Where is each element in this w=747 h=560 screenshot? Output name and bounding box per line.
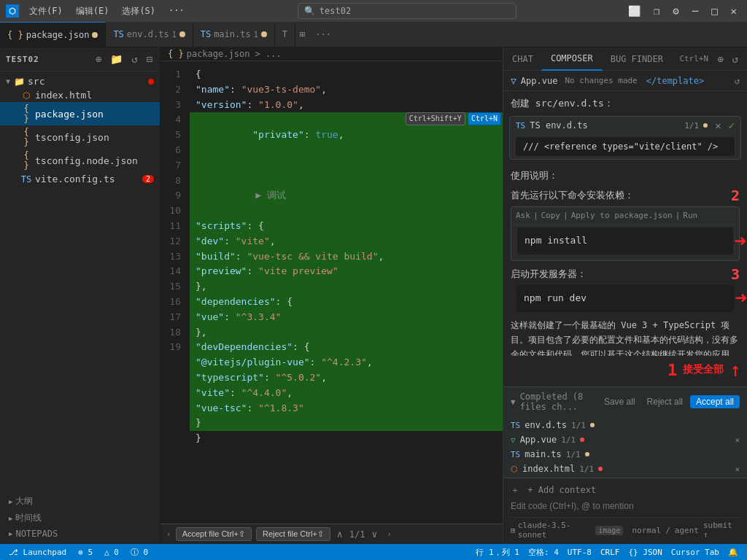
collapse-icon[interactable]: ⊟ [145,52,154,66]
rp-refresh-btn[interactable]: ↺ [735,76,740,86]
reject-all-btn[interactable]: Reject all [643,395,687,408]
info-indicator[interactable]: ⓘ 0 [128,547,151,558]
code-editor[interactable]: { "name": "vue3-ts-demo", "version": "1.… [190,61,503,524]
new-folder-icon[interactable]: 📁 [109,52,124,66]
code-line-1: { [190,67,503,82]
file-close-btn[interactable]: ✕ [715,120,721,131]
tab-chat[interactable]: CHAT [503,47,542,71]
create-file-header: TS TS env.d.ts 1/1 ✕ ✓ [510,117,740,134]
sidebar-timeline[interactable]: ▶ 时间线 [6,510,154,526]
right-arrow[interactable]: › [387,529,392,539]
menu-select[interactable]: 选择(S) [116,4,161,19]
tab-main-ts[interactable]: TS main.ts 1 [193,22,275,47]
file-counter: 1/1 [579,464,594,474]
sidebar-item-src[interactable]: ▼ 📁 src [0,74,160,88]
tab-bug-finder[interactable]: BUG FINDER [602,47,672,71]
tab-package-json[interactable]: { } package.json [0,22,106,47]
rp-scroll-area[interactable]: 创建 src/env.d.ts： TS TS env.d.ts 1/1 ✕ ✓ … [503,91,747,356]
settings-btn[interactable]: ⚙ [668,4,683,18]
layout-btn[interactable]: ⬜ [624,4,645,18]
tab-bar: { } package.json TS env.d.ts 1 TS main.t… [0,22,747,47]
warnings-indicator[interactable]: △ 0 [101,548,122,557]
cursor-position[interactable]: 行 1，列 1 [473,547,522,558]
history-btn[interactable]: ↺ [729,52,741,66]
tab-label: main.ts [214,29,251,39]
minimize-btn[interactable]: ─ [688,4,703,18]
new-file-icon[interactable]: ⊕ [94,52,103,66]
menu-edit[interactable]: 编辑(E) [70,4,115,19]
status-left: ⎇ Launchpad ⊗ 5 △ 0 ⓘ 0 [6,547,151,558]
comp-file-env[interactable]: TS env.d.ts 1/1 [503,418,747,432]
file-remove-btn[interactable]: ✕ [735,435,740,445]
code-line-13: "devDependencies": { [190,340,503,355]
comp-file-indexhtml[interactable]: ⬡ index.html 1/1 ✕ [503,462,747,476]
indent-size[interactable]: 空格: 4 [525,547,562,558]
modified-dot [148,79,154,85]
file-remove-btn[interactable]: ✕ [735,464,740,474]
left-arrow[interactable]: ‹ [166,529,171,539]
tab-more-btn[interactable]: ··· [309,29,337,39]
language-mode[interactable]: {} JSON [625,548,665,557]
chevron-down-icon[interactable]: ▼ [511,397,516,407]
ts-file-icon: TS [20,174,32,184]
code-line-19: } [190,431,503,446]
run-btn[interactable]: Run [683,209,697,222]
sidebar-item-tsconfig-node[interactable]: { } tsconfig.node.json [0,149,160,172]
annotation-2: 2 [731,188,740,203]
apply-btn[interactable]: Apply to package.json [571,209,673,222]
branch-indicator[interactable]: ⎇ Launchpad [6,548,69,557]
comp-file-appvue[interactable]: ▽ App.vue 1/1 ✕ [503,432,747,447]
submit-btn[interactable]: submit ↑ [703,521,740,540]
split-btn[interactable]: ❐ [649,4,664,18]
save-all-btn[interactable]: Save all [600,395,640,408]
menu-file[interactable]: 文件(F) [23,4,69,19]
sep2: | [563,209,568,222]
refresh-icon[interactable]: ↺ [130,52,139,66]
nav-down-icon[interactable]: ∨ [369,529,379,540]
global-search[interactable]: 🔍 test02 [298,3,516,19]
cursor-type[interactable]: Cursor Tab [668,548,722,557]
errors-indicator[interactable]: ⊗ 5 [75,548,96,557]
add-context-btn[interactable]: ＋ + Add context [511,483,740,498]
breadcrumb-icon: { } [168,49,184,59]
sidebar-header: TEST02 ⊕ 📁 ↺ ⊟ [0,47,160,71]
editor-content[interactable]: 12345 678910 1112131415 16171819 { "name… [160,61,503,524]
close-btn[interactable]: ✕ [727,4,741,18]
sidebar-item-index-html[interactable]: ⬡ index.html [0,88,160,102]
tab-split-btn[interactable]: ⊞ [295,29,309,39]
encoding[interactable]: UTF-8 [565,548,595,557]
tab-env-d-ts[interactable]: TS env.d.ts 1 [106,22,193,47]
tab-composer[interactable]: COMPOSER [542,47,602,71]
file-accept-btn[interactable]: ✓ [729,120,735,131]
ask-btn[interactable]: Ask [516,209,530,222]
maximize-btn[interactable]: □ [707,4,721,18]
file-name: main.ts [525,449,562,459]
reject-file-btn[interactable]: Reject file Ctrl+⇧ [256,527,330,541]
sidebar-item-tsconfig-json[interactable]: { } tsconfig.json [0,125,160,149]
comp-file-maints[interactable]: TS main.ts 1/1 [503,447,747,462]
chat-input[interactable] [511,498,740,514]
ts-icon: TS [511,450,520,459]
menu-more[interactable]: ··· [163,4,190,19]
accept-all-btn[interactable]: Accept all [690,395,740,408]
accept-file-btn[interactable]: Accept file Ctrl+⇧ [176,527,252,541]
tab-dot [179,31,185,37]
sidebar-label: src [28,76,44,87]
add-tab-btn[interactable]: ⊕ [714,52,726,66]
step-1-command-wrap: npm install ➜ [511,228,739,254]
debug-label[interactable]: ▶ 调试 [255,190,286,201]
copy-btn[interactable]: Copy [541,209,561,222]
ctrl-shift-y-hint: Ctrl+Shift+Y [406,112,465,125]
sidebar-notepads[interactable]: ▶ NOTEPADS [6,526,154,541]
tab-label: env.d.ts [127,29,169,39]
line-endings[interactable]: CRLF [597,548,623,557]
sidebar-item-vite-config[interactable]: TS vite.config.ts 2 [0,172,160,186]
nav-up-icon[interactable]: ∧ [335,529,345,540]
line-numbers: 12345 678910 1112131415 16171819 [160,61,190,524]
sidebar-item-package-json[interactable]: { } package.json [0,102,160,125]
sidebar-outline[interactable]: ▶ 大纲 [6,493,154,510]
nav-count: 1/1 [349,529,365,540]
folder-icon: 📁 [13,77,25,87]
notification-bell-icon[interactable]: 🔔 [725,548,741,557]
tab-extra[interactable]: T [275,22,295,47]
